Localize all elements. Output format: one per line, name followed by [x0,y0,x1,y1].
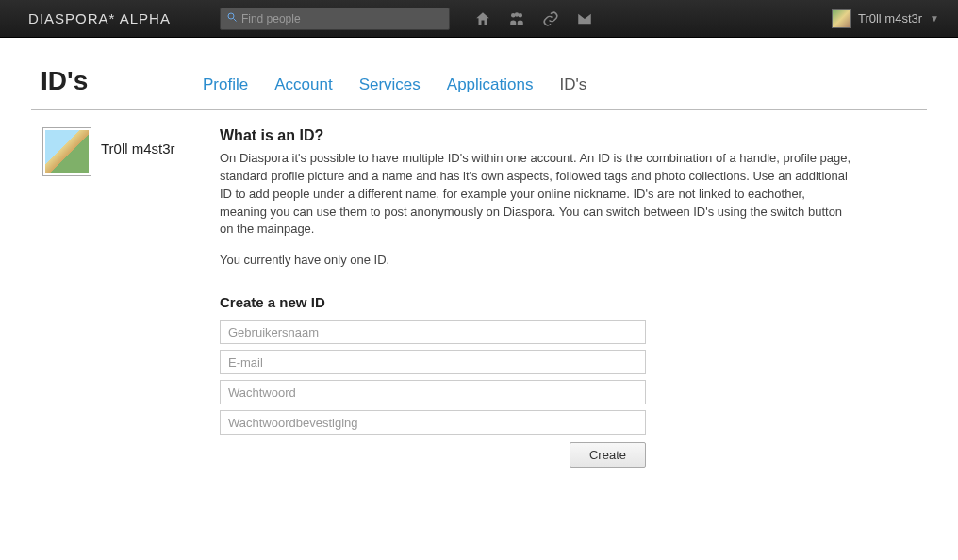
tab-profile[interactable]: Profile [203,75,248,94]
tab-services[interactable]: Services [359,75,421,94]
sidebar-username: Tr0ll m4st3r [101,127,175,156]
create-heading: Create a new ID [220,294,851,310]
create-button[interactable]: Create [570,442,646,468]
svg-point-3 [515,12,520,17]
brand-logo[interactable]: DIASPORA* ALPHA [28,10,171,26]
password-confirm-field[interactable] [220,410,646,435]
home-icon[interactable] [474,10,491,27]
section-heading: What is an ID? [220,127,851,144]
avatar[interactable] [42,127,91,176]
settings-tabs: Profile Account Services Applications ID… [203,75,586,94]
avatar-image [45,130,89,173]
password-field[interactable] [220,380,646,404]
page-title: ID's [31,66,203,96]
svg-line-1 [233,19,236,22]
search-input[interactable] [241,12,443,25]
search-icon [226,11,238,25]
svg-point-2 [511,13,516,18]
main-content: What is an ID? On Diaspora it's possible… [220,127,927,468]
section-body: On Diaspora it's possible to have multip… [220,150,851,239]
create-id-form: Create [220,320,851,468]
mail-icon[interactable] [576,10,593,27]
tab-applications[interactable]: Applications [447,75,534,94]
user-menu-name: Tr0ll m4st3r [858,11,922,25]
user-avatar-mini [832,9,851,28]
tab-ids[interactable]: ID's [559,75,586,94]
email-field[interactable] [220,350,646,374]
search-container[interactable] [220,8,450,30]
nav-icons [474,10,593,27]
profile-sidebar: Tr0ll m4st3r [31,127,220,468]
form-actions: Create [220,442,646,468]
svg-point-4 [518,13,522,18]
topbar: DIASPORA* ALPHA Tr0ll m4st3r ▼ [0,0,958,38]
contacts-icon[interactable] [508,10,525,27]
username-field[interactable] [220,320,646,344]
status-text: You currently have only one ID. [220,252,851,270]
chevron-down-icon: ▼ [930,13,939,24]
tab-account[interactable]: Account [274,75,332,94]
page-header: ID's Profile Account Services Applicatio… [31,66,927,110]
user-menu[interactable]: Tr0ll m4st3r ▼ [832,9,939,28]
svg-point-0 [228,13,234,19]
link-icon[interactable] [542,10,559,27]
